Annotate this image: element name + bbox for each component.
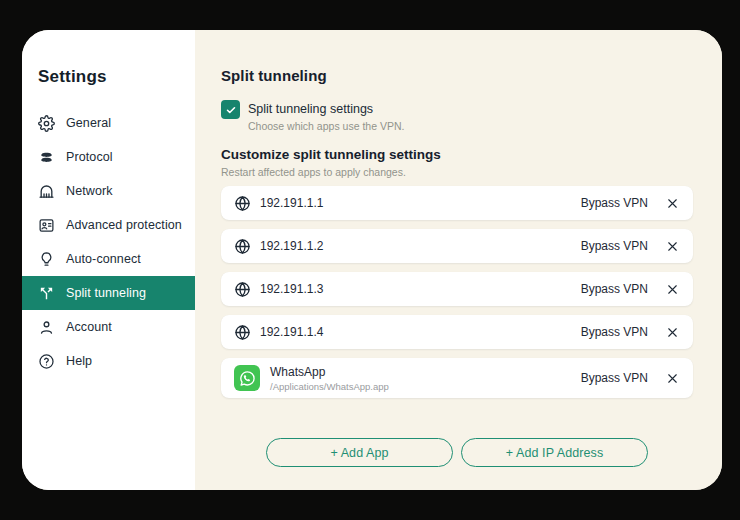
split-tunneling-checkbox[interactable]: [221, 100, 240, 119]
globe-icon: [234, 195, 251, 212]
page-title: Split tunneling: [221, 67, 693, 84]
sidebar-item-label: Split tunneling: [66, 286, 146, 300]
whatsapp-icon: [234, 365, 260, 391]
settings-window: Settings GeneralProtocolNetworkAdvanced …: [22, 30, 722, 490]
checkmark-icon: [225, 104, 237, 116]
x-icon: [665, 371, 680, 386]
lightbulb-icon: [38, 251, 55, 268]
split-tunnel-list: 192.191.1.1Bypass VPN192.191.1.2Bypass V…: [221, 186, 693, 398]
sidebar-item-label: Account: [66, 320, 112, 334]
split-tunnel-row: 192.191.1.2Bypass VPN: [221, 229, 693, 263]
settings-sidebar: Settings GeneralProtocolNetworkAdvanced …: [22, 30, 195, 490]
sidebar-item-label: Auto-connect: [66, 252, 141, 266]
toggle-label: Split tunneling settings: [248, 102, 404, 116]
sidebar-item-label: Protocol: [66, 150, 113, 164]
remove-row-button[interactable]: [665, 239, 680, 254]
x-icon: [665, 196, 680, 211]
customize-section-title: Customize split tunneling settings: [221, 147, 693, 162]
gear-icon: [38, 115, 55, 132]
split-tunnel-row: 192.191.1.4Bypass VPN: [221, 315, 693, 349]
sidebar-item-help[interactable]: Help: [22, 344, 195, 378]
x-icon: [665, 282, 680, 297]
sidebar-item-general[interactable]: General: [22, 106, 195, 140]
toggle-description: Choose which apps use the VPN.: [248, 120, 404, 132]
row-name: WhatsApp: [270, 365, 389, 379]
row-mode-dropdown[interactable]: Bypass VPN: [581, 371, 648, 385]
row-mode-dropdown[interactable]: Bypass VPN: [581, 282, 648, 296]
help-icon: [38, 353, 55, 370]
add-app-button[interactable]: + Add App: [266, 438, 453, 467]
globe-icon: [234, 281, 251, 298]
row-mode-dropdown[interactable]: Bypass VPN: [581, 196, 648, 210]
split-tunnel-row: WhatsApp/Applications/WhatsApp.appBypass…: [221, 358, 693, 398]
building-icon: [38, 183, 55, 200]
sidebar-item-advanced-protection[interactable]: Advanced protection: [22, 208, 195, 242]
row-name: 192.191.1.4: [260, 325, 323, 339]
split-tunneling-panel: Split tunneling Split tunneling settings…: [195, 30, 722, 490]
split-tunnel-row: 192.191.1.1Bypass VPN: [221, 186, 693, 220]
row-name: 192.191.1.1: [260, 196, 323, 210]
sidebar-item-label: Help: [66, 354, 92, 368]
sidebar-item-protocol[interactable]: Protocol: [22, 140, 195, 174]
sidebar-nav: GeneralProtocolNetworkAdvanced protectio…: [22, 106, 195, 378]
row-app-path: /Applications/WhatsApp.app: [270, 381, 389, 392]
sidebar-item-split-tunneling[interactable]: Split tunneling: [22, 276, 195, 310]
sidebar-item-auto-connect[interactable]: Auto-connect: [22, 242, 195, 276]
split-tunnel-row: 192.191.1.3Bypass VPN: [221, 272, 693, 306]
protocol-icon: [38, 149, 55, 166]
sidebar-title: Settings: [38, 67, 195, 87]
globe-icon: [234, 238, 251, 255]
remove-row-button[interactable]: [665, 371, 680, 386]
sidebar-item-label: General: [66, 116, 111, 130]
split-icon: [38, 285, 55, 302]
sidebar-item-label: Advanced protection: [66, 218, 182, 232]
sidebar-item-account[interactable]: Account: [22, 310, 195, 344]
sidebar-item-label: Network: [66, 184, 113, 198]
split-tunneling-toggle-row: Split tunneling settings Choose which ap…: [221, 100, 693, 132]
add-ip-address-button[interactable]: + Add IP Address: [461, 438, 648, 467]
row-name: 192.191.1.2: [260, 239, 323, 253]
remove-row-button[interactable]: [665, 325, 680, 340]
globe-icon: [234, 324, 251, 341]
x-icon: [665, 325, 680, 340]
remove-row-button[interactable]: [665, 196, 680, 211]
x-icon: [665, 239, 680, 254]
remove-row-button[interactable]: [665, 282, 680, 297]
row-mode-dropdown[interactable]: Bypass VPN: [581, 325, 648, 339]
person-icon: [38, 319, 55, 336]
action-buttons: + Add App + Add IP Address: [221, 438, 693, 467]
customize-section-description: Restart affected apps to apply changes.: [221, 166, 693, 178]
row-mode-dropdown[interactable]: Bypass VPN: [581, 239, 648, 253]
row-name: 192.191.1.3: [260, 282, 323, 296]
sidebar-item-network[interactable]: Network: [22, 174, 195, 208]
badge-icon: [38, 217, 55, 234]
